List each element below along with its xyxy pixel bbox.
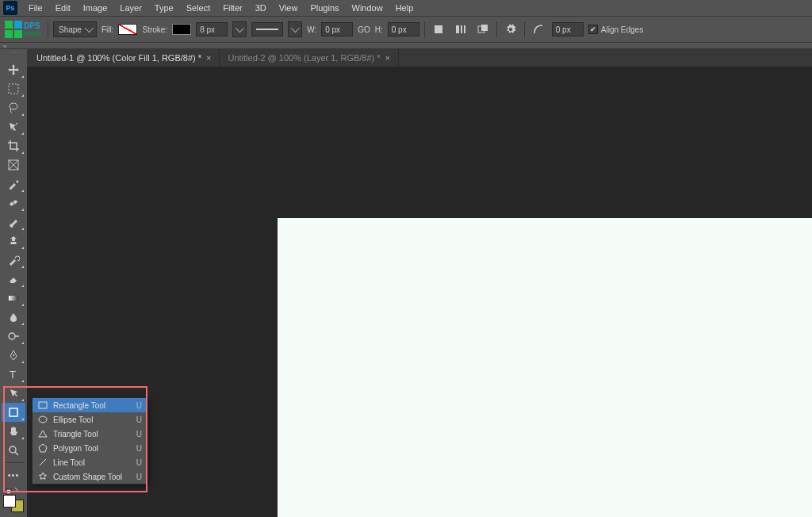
svg-point-15 — [9, 333, 15, 339]
menu-edit[interactable]: Edit — [49, 0, 77, 16]
zoom-tool[interactable] — [2, 441, 25, 460]
flyout-line[interactable]: Line ToolU — [33, 455, 147, 469]
svg-rect-1 — [456, 25, 459, 33]
doc-tab-1[interactable]: Untitled-1 @ 100% (Color Fill 1, RGB/8#)… — [29, 49, 220, 67]
crop-tool[interactable] — [2, 136, 25, 155]
path-operations-button[interactable] — [430, 21, 447, 38]
star-icon — [37, 472, 48, 481]
svg-line-25 — [40, 459, 46, 465]
dodge-tool[interactable] — [2, 327, 25, 346]
flyout-polygon[interactable]: Polygon ToolU — [33, 441, 147, 455]
menu-image[interactable]: Image — [77, 0, 114, 16]
hand-tool[interactable] — [2, 422, 25, 441]
svg-point-8 — [16, 123, 17, 124]
close-icon[interactable]: × — [206, 53, 211, 63]
lasso-tool[interactable] — [2, 98, 25, 117]
flyout-custom-shape[interactable]: Custom Shape ToolU — [33, 469, 147, 484]
menu-type[interactable]: Type — [148, 0, 180, 16]
corner-radius-icon — [530, 21, 547, 38]
svg-rect-14 — [9, 296, 18, 301]
svg-point-20 — [10, 446, 16, 453]
svg-rect-22 — [6, 489, 11, 494]
path-alignment-button[interactable] — [452, 21, 469, 38]
gradient-tool[interactable] — [2, 289, 25, 308]
clone-stamp-tool[interactable] — [2, 232, 25, 251]
marquee-tool[interactable] — [2, 79, 25, 98]
svg-rect-19 — [10, 408, 17, 416]
expand-handle[interactable]: » — [0, 43, 812, 49]
stroke-width-dropdown[interactable] — [232, 21, 247, 37]
width-label: W: — [307, 25, 316, 34]
stroke-style-dropdown[interactable] — [251, 22, 283, 36]
type-tool[interactable]: T — [2, 365, 25, 384]
rectangle-icon — [37, 400, 48, 410]
height-label: H: — [375, 25, 383, 34]
stroke-width-input[interactable]: 8 px — [196, 22, 228, 36]
align-edges-checkbox[interactable]: ✔Align Edges — [588, 25, 643, 34]
svg-rect-3 — [464, 25, 465, 33]
svg-point-24 — [39, 416, 47, 423]
shape-tool-flyout: Rectangle ToolU Ellipse ToolU Triangle T… — [32, 397, 147, 484]
foreground-color-swatch[interactable] — [3, 495, 16, 507]
chevron-down-icon — [85, 24, 94, 33]
app-logo-icon: Ps — [3, 1, 17, 15]
doc-tab-2[interactable]: Untitled-2 @ 100% (Layer 1, RGB/8#) *× — [220, 49, 399, 67]
polygon-icon — [37, 443, 48, 453]
eraser-tool[interactable] — [2, 270, 25, 289]
corner-radius-input[interactable]: 0 px — [552, 22, 584, 36]
chevron-down-icon — [236, 24, 244, 33]
pen-tool[interactable] — [2, 346, 25, 365]
stroke-style-expand[interactable] — [288, 21, 302, 37]
svg-rect-6 — [9, 84, 18, 94]
width-input[interactable]: 0 px — [321, 22, 353, 36]
triangle-icon — [37, 429, 48, 438]
close-icon[interactable]: × — [385, 53, 390, 63]
shape-tool[interactable] — [2, 403, 25, 422]
menu-select[interactable]: Select — [180, 0, 217, 16]
svg-rect-23 — [39, 402, 47, 408]
brush-tool[interactable] — [2, 213, 25, 232]
brand-logo-icon: DPSNFRA — [5, 19, 43, 40]
svg-point-17 — [13, 354, 14, 356]
stroke-label: Stroke: — [142, 25, 167, 34]
flyout-ellipse[interactable]: Ellipse ToolU — [33, 412, 147, 427]
svg-rect-5 — [481, 25, 488, 31]
path-select-tool[interactable] — [2, 384, 25, 403]
quick-select-tool[interactable] — [2, 117, 25, 136]
eyedropper-tool[interactable] — [2, 174, 25, 193]
frame-tool[interactable] — [2, 155, 25, 174]
menu-file[interactable]: File — [22, 0, 49, 16]
stroke-swatch[interactable] — [172, 24, 191, 35]
history-brush-tool[interactable] — [2, 251, 25, 270]
options-bar: DPSNFRA Shape Fill: Stroke: 8 px W: 0 px… — [0, 16, 812, 43]
link-wh-icon[interactable]: GO — [358, 25, 370, 34]
menu-help[interactable]: Help — [389, 0, 420, 16]
fill-swatch[interactable] — [118, 24, 137, 35]
svg-line-21 — [15, 452, 18, 455]
ellipse-icon — [37, 415, 48, 424]
move-tool[interactable] — [2, 60, 25, 79]
chevron-down-icon — [291, 24, 300, 33]
fill-label: Fill: — [102, 25, 114, 34]
edit-toolbar-button[interactable]: ••• — [2, 465, 25, 484]
menu-filter[interactable]: Filter — [216, 0, 248, 16]
height-input[interactable]: 0 px — [388, 22, 419, 36]
menu-layer[interactable]: Layer — [113, 0, 148, 16]
menu-bar: Ps File Edit Image Layer Type Select Fil… — [0, 0, 812, 16]
path-arrangement-button[interactable] — [474, 21, 492, 38]
gear-icon[interactable] — [502, 21, 519, 38]
line-icon — [37, 458, 48, 467]
canvas[interactable] — [278, 218, 812, 517]
menu-window[interactable]: Window — [346, 0, 389, 16]
menu-3d[interactable]: 3D — [249, 0, 273, 16]
tool-mode-dropdown[interactable]: Shape — [53, 21, 97, 37]
flyout-triangle[interactable]: Triangle ToolU — [33, 427, 147, 441]
color-wells[interactable] — [3, 495, 24, 512]
svg-rect-0 — [435, 25, 442, 33]
flyout-rectangle[interactable]: Rectangle ToolU — [33, 398, 147, 412]
tools-panel: ⋯ T ••• — [0, 49, 27, 517]
menu-plugins[interactable]: Plugins — [304, 0, 345, 16]
menu-view[interactable]: View — [273, 0, 304, 16]
healing-tool[interactable] — [2, 193, 25, 213]
blur-tool[interactable] — [2, 308, 25, 327]
